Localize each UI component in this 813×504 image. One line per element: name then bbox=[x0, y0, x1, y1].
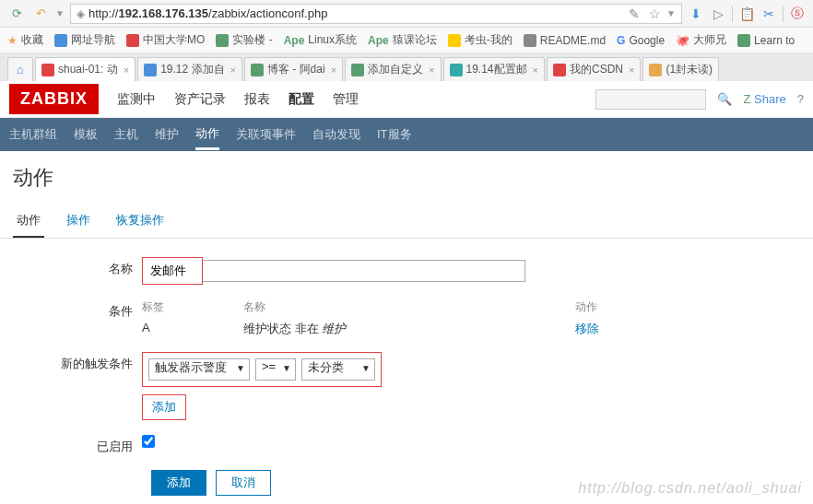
subnav-maintenance[interactable]: 维护 bbox=[155, 126, 179, 143]
row-new-condition: 新的触发条件 触发器示警度 >= 未分类 添加 bbox=[13, 352, 800, 420]
enabled-checkbox[interactable] bbox=[142, 435, 155, 448]
bookmark-item[interactable]: GGoogle bbox=[617, 34, 665, 47]
subnav-correlation[interactable]: 关联项事件 bbox=[236, 126, 296, 143]
content-tabs: 动作 操作 恢复操作 bbox=[0, 205, 813, 239]
help-icon[interactable]: ? bbox=[797, 92, 804, 106]
add-button[interactable]: 添加 bbox=[151, 470, 206, 496]
highlight-box: 触发器示警度 >= 未分类 bbox=[142, 352, 382, 387]
search-icon[interactable]: 🔍 bbox=[717, 92, 732, 106]
share-link[interactable]: Z Share bbox=[743, 92, 785, 106]
bookmark-item[interactable]: 网址导航 bbox=[54, 32, 115, 48]
url-text: http://192.168.176.135/zabbix/actionconf… bbox=[88, 6, 622, 20]
browser-tab[interactable]: 我的CSDN× bbox=[547, 57, 641, 81]
bookmark-item[interactable]: 实验楼 - bbox=[216, 32, 272, 48]
browser-tab[interactable]: (1封未读) bbox=[642, 57, 719, 81]
favicon: Ape bbox=[368, 34, 389, 47]
head-tag: 标签 bbox=[142, 299, 188, 315]
favicon bbox=[351, 64, 364, 76]
subnav-templates[interactable]: 模板 bbox=[74, 126, 98, 143]
favicon bbox=[448, 34, 461, 47]
divider bbox=[732, 6, 733, 22]
app-icon[interactable]: ⓢ bbox=[789, 6, 806, 22]
zabbix-nav: 监测中 资产记录 报表 配置 管理 bbox=[117, 91, 359, 108]
bookmark-item[interactable]: Learn to bbox=[737, 34, 795, 47]
favicon bbox=[649, 64, 662, 76]
tab-recovery[interactable]: 恢复操作 bbox=[112, 205, 168, 238]
page-title: 动作 bbox=[0, 151, 813, 205]
bookmark-item[interactable]: 🐙大师兄 bbox=[676, 32, 726, 48]
dropdown-icon[interactable]: ▼ bbox=[666, 8, 676, 18]
highlight-box bbox=[142, 257, 203, 285]
browser-tab[interactable]: 19.12 添加自× bbox=[137, 57, 242, 81]
dropdown-icon[interactable]: ▼ bbox=[55, 8, 65, 18]
close-icon[interactable]: × bbox=[230, 64, 236, 76]
close-icon[interactable]: × bbox=[533, 64, 538, 76]
row-enabled: 已启用 bbox=[13, 435, 800, 455]
cancel-button[interactable]: 取消 bbox=[216, 470, 271, 496]
bookmark-item[interactable]: README.md bbox=[524, 34, 606, 47]
subnav-discovery[interactable]: 自动发现 bbox=[312, 126, 360, 143]
star-icon[interactable]: ☆ bbox=[646, 6, 663, 22]
watermark: http://blog.csdn.net/aoli_shuai bbox=[578, 480, 802, 497]
condition-type-select[interactable]: 触发器示警度 bbox=[148, 358, 250, 381]
browser-tab[interactable]: shuai-01: 动× bbox=[35, 57, 136, 81]
favicon bbox=[41, 64, 54, 76]
bookmark-item[interactable]: ApeLinux系统 bbox=[284, 32, 357, 48]
zabbix-subnav: 主机群组 模板 主机 维护 动作 关联项事件 自动发现 IT服务 bbox=[0, 118, 813, 151]
favicon bbox=[553, 64, 566, 76]
download-icon[interactable]: ⬇ bbox=[688, 6, 704, 22]
bookmark-item[interactable]: 考虫-我的 bbox=[448, 32, 513, 48]
browser-tab[interactable]: 19.14配置邮× bbox=[443, 57, 545, 81]
reload-icon[interactable]: ⟳ bbox=[7, 5, 26, 23]
favicon bbox=[144, 64, 157, 76]
browser-tab[interactable]: 博客 - 阿dai× bbox=[244, 57, 343, 81]
operator-select[interactable]: >= bbox=[255, 358, 296, 381]
back-icon[interactable]: ↶ bbox=[31, 5, 50, 23]
nav-inventory[interactable]: 资产记录 bbox=[174, 91, 226, 108]
favicon bbox=[450, 64, 463, 76]
zabbix-logo[interactable]: ZABBIX bbox=[9, 84, 99, 114]
browser-tab[interactable]: 添加自定义× bbox=[345, 57, 441, 81]
home-tab[interactable]: ⌂ bbox=[7, 57, 33, 81]
scissors-icon[interactable]: ✂ bbox=[760, 6, 777, 22]
select-group: 触发器示警度 >= 未分类 bbox=[148, 358, 375, 381]
favicon bbox=[524, 34, 536, 47]
bookmark-item[interactable]: ★收藏 bbox=[7, 32, 43, 48]
tab-action[interactable]: 动作 bbox=[13, 205, 44, 238]
nav-reports[interactable]: 报表 bbox=[244, 91, 270, 108]
favicon bbox=[216, 34, 229, 47]
close-icon[interactable]: × bbox=[331, 64, 336, 76]
row-conditions: 条件 标签 名称 动作 A 维护状态 非在 维护 移除 bbox=[13, 299, 800, 337]
favicon bbox=[251, 64, 264, 76]
bookmark-item[interactable]: 中国大学MO bbox=[126, 32, 205, 48]
favicon: Ape bbox=[284, 34, 305, 47]
close-icon[interactable]: × bbox=[429, 64, 434, 76]
bookmark-item[interactable]: Ape猿课论坛 bbox=[368, 32, 437, 48]
value-select[interactable]: 未分类 bbox=[301, 358, 375, 381]
close-icon[interactable]: × bbox=[124, 64, 129, 76]
name-input-ext[interactable] bbox=[203, 260, 525, 282]
row-name: 名称 bbox=[13, 257, 800, 285]
nav-administration[interactable]: 管理 bbox=[333, 91, 359, 108]
close-icon[interactable]: × bbox=[629, 64, 634, 76]
clipboard-icon[interactable]: 📋 bbox=[738, 6, 755, 22]
subnav-hostgroups[interactable]: 主机群组 bbox=[9, 126, 57, 143]
subnav-hosts[interactable]: 主机 bbox=[114, 126, 138, 143]
tab-operations[interactable]: 操作 bbox=[63, 205, 94, 238]
play-icon[interactable]: ▷ bbox=[710, 6, 726, 22]
add-condition-link[interactable]: 添加 bbox=[152, 399, 176, 416]
remove-link[interactable]: 移除 bbox=[575, 321, 630, 337]
subnav-actions[interactable]: 动作 bbox=[195, 125, 219, 150]
nav-monitoring[interactable]: 监测中 bbox=[117, 91, 156, 108]
edit-icon[interactable]: ✎ bbox=[626, 6, 642, 22]
url-bar[interactable]: ◈ http://192.168.176.135/zabbix/actionco… bbox=[70, 4, 682, 24]
nav-configuration[interactable]: 配置 bbox=[289, 91, 314, 108]
conditions-label: 条件 bbox=[13, 299, 142, 320]
name-input[interactable] bbox=[145, 260, 200, 282]
browser-tabs: ⌂ shuai-01: 动× 19.12 添加自× 博客 - 阿dai× 添加自… bbox=[0, 53, 813, 81]
search-input[interactable] bbox=[595, 89, 706, 110]
subnav-itservices[interactable]: IT服务 bbox=[377, 126, 412, 143]
condition-row: A 维护状态 非在 维护 移除 bbox=[142, 321, 800, 337]
highlight-box: 添加 bbox=[142, 394, 186, 420]
favicon bbox=[737, 34, 750, 47]
